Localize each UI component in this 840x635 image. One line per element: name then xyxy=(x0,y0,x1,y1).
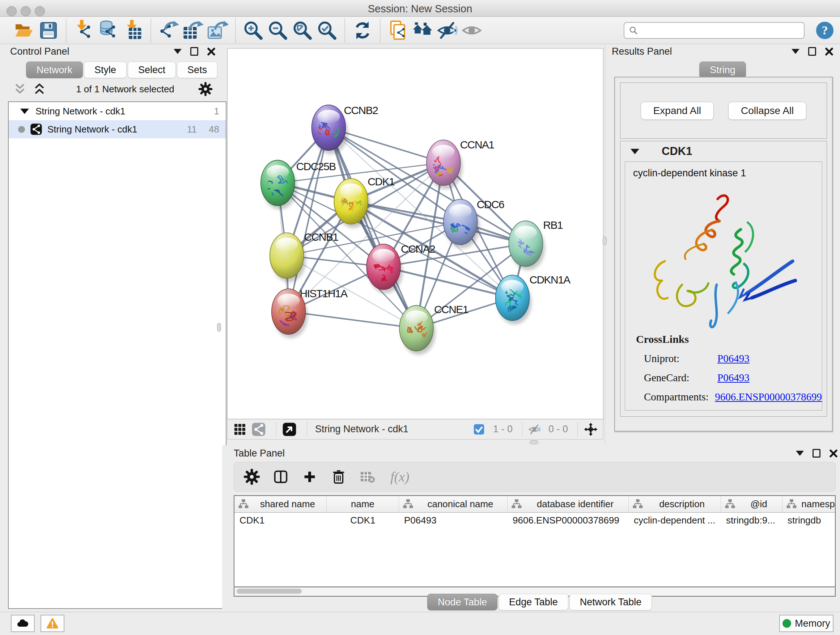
network-graph[interactable]: CCNB2CCNA1CDC25BCDK1CDC6RB1CCNB1CCNA2CDK… xyxy=(227,49,603,419)
tab-style[interactable]: Style xyxy=(84,62,126,78)
zoom-in-icon[interactable] xyxy=(243,20,264,41)
table-cell[interactable]: stringdb:9... xyxy=(721,513,783,529)
zoom-selected-icon[interactable] xyxy=(317,20,338,41)
node-label-CCNE1: CCNE1 xyxy=(434,303,469,315)
node-label-CCNA1: CCNA1 xyxy=(460,139,494,150)
column-header-namespace[interactable]: namespace xyxy=(783,496,836,512)
network-row[interactable]: String Network - cdk1 11 48 xyxy=(9,120,226,138)
collapse-all-button[interactable]: Collapse All xyxy=(728,102,806,120)
memory-label: Memory xyxy=(795,618,830,629)
crosslink-label: Uniprot: xyxy=(636,349,717,368)
table-cell[interactable]: CDK1 xyxy=(234,513,327,529)
column-header--id[interactable]: @id xyxy=(721,496,783,512)
panel-float-icon[interactable] xyxy=(808,47,816,56)
column-header-name[interactable]: name xyxy=(327,496,399,512)
zoom-out-icon[interactable] xyxy=(267,20,288,41)
splitter-handle[interactable] xyxy=(603,236,607,245)
table-options-gear-icon[interactable] xyxy=(243,469,260,485)
panel-float-icon[interactable] xyxy=(190,47,198,56)
scrollbar-thumb[interactable] xyxy=(237,589,302,594)
warnings-button[interactable] xyxy=(41,615,65,632)
network-options-gear-icon[interactable] xyxy=(198,82,213,96)
search-input[interactable] xyxy=(642,25,799,36)
collapse-all-icon[interactable] xyxy=(13,82,27,96)
main-area: Control Panel NetworkStyleSelectSets 1 o… xyxy=(0,44,840,612)
panel-menu-icon[interactable] xyxy=(174,49,182,54)
tab-string[interactable]: String xyxy=(699,62,746,78)
refresh-icon[interactable] xyxy=(352,20,373,41)
selected-checkbox-icon[interactable] xyxy=(473,423,485,435)
tab-network[interactable]: Network xyxy=(26,62,83,78)
search-box[interactable] xyxy=(624,22,805,39)
add-column-icon[interactable] xyxy=(302,469,318,485)
function-builder-icon: f(x) xyxy=(390,469,409,485)
import-database-icon[interactable] xyxy=(98,20,119,41)
column-header-description[interactable]: description xyxy=(629,496,721,512)
import-table-icon[interactable] xyxy=(123,20,144,41)
tab-network-table[interactable]: Network Table xyxy=(569,594,652,610)
tab-edge-table[interactable]: Edge Table xyxy=(499,594,568,610)
tab-node-table[interactable]: Node Table xyxy=(427,594,497,610)
help-button[interactable]: ? xyxy=(816,22,834,39)
save-icon[interactable] xyxy=(38,20,59,41)
zoom-fit-icon[interactable] xyxy=(292,20,313,41)
string-results-container: Expand All Collapse All CDK1 cyclin-depe… xyxy=(614,77,833,432)
splitter-handle[interactable] xyxy=(217,323,221,332)
home-pair-icon[interactable] xyxy=(412,20,433,41)
table-cell[interactable]: 9606.ENSP00000378699 xyxy=(508,513,629,529)
show-columns-icon[interactable] xyxy=(272,469,289,485)
delete-table-icon xyxy=(359,469,376,485)
table-cell[interactable]: stringdb xyxy=(783,513,836,529)
column-header-database-identifier[interactable]: database identifier xyxy=(508,496,629,512)
control-panel-title: Control Panel xyxy=(10,46,69,57)
export-table-icon[interactable] xyxy=(183,20,204,41)
window-title: Session: New Session xyxy=(0,3,840,15)
tab-select[interactable]: Select xyxy=(128,62,176,78)
network-canvas[interactable]: CCNB2CCNA1CDC25BCDK1CDC6RB1CCNB1CCNA2CDK… xyxy=(227,48,603,419)
table-toolbar: f(x) xyxy=(234,462,836,492)
hide-selected-icon[interactable] xyxy=(437,20,458,41)
table-cell[interactable]: P06493 xyxy=(399,513,508,529)
tab-sets[interactable]: Sets xyxy=(177,62,218,78)
table-cell[interactable]: CDK1 xyxy=(327,513,399,529)
protein-header[interactable]: CDK1 xyxy=(621,141,827,162)
panel-close-icon[interactable] xyxy=(207,47,216,56)
column-header-shared-name[interactable]: shared name xyxy=(234,496,327,512)
control-panel-tabs: NetworkStyleSelectSets xyxy=(26,62,222,78)
crosslink-link[interactable]: P06493 xyxy=(717,349,750,368)
application-window: Session: New Session ? Control Panel xyxy=(0,0,840,635)
crosslink-link[interactable]: P06493 xyxy=(717,368,750,387)
cloud-button[interactable] xyxy=(11,615,35,632)
table-cell[interactable]: cyclin-dependent ... xyxy=(629,513,721,529)
crosslink-link[interactable]: 9606.ENSP00000378699 xyxy=(715,387,822,407)
protein-expander-icon[interactable] xyxy=(630,149,639,154)
panel-close-icon[interactable] xyxy=(829,449,838,458)
birdseye-view-icon[interactable] xyxy=(282,422,297,437)
delete-column-icon[interactable] xyxy=(330,469,347,485)
move-crosshair-icon[interactable] xyxy=(584,422,598,437)
clone-network-icon[interactable] xyxy=(387,20,409,41)
panel-float-icon[interactable] xyxy=(813,449,821,458)
expand-all-button[interactable]: Expand All xyxy=(641,102,714,120)
open-icon[interactable] xyxy=(13,20,34,41)
show-all-icon[interactable] xyxy=(461,20,482,41)
crosslink-link[interactable]: 9606.ENSP00000378699 xyxy=(715,407,822,410)
panel-menu-icon[interactable] xyxy=(796,451,804,456)
panel-menu-icon[interactable] xyxy=(791,49,799,54)
search-area: ? xyxy=(624,22,834,39)
panel-close-icon[interactable] xyxy=(825,47,834,56)
splitter-handle[interactable] xyxy=(530,440,538,444)
export-image-icon[interactable] xyxy=(207,20,228,41)
protein-description: cyclin-dependent kinase 1 xyxy=(625,162,822,179)
import-network-icon[interactable] xyxy=(73,20,95,41)
export-network-icon[interactable] xyxy=(158,20,179,41)
expand-all-icon[interactable] xyxy=(33,82,46,96)
hidden-eye-slash-icon[interactable] xyxy=(528,423,540,435)
column-header-canonical-name[interactable]: canonical name xyxy=(399,496,508,512)
collection-expander-icon[interactable] xyxy=(20,109,29,114)
memory-button[interactable]: Memory xyxy=(779,615,834,632)
annotation-grid-icon[interactable] xyxy=(233,422,247,437)
table-row[interactable]: CDK1CDK1P064939606.ENSP00000378699cyclin… xyxy=(234,513,835,529)
network-share-icon[interactable] xyxy=(251,422,266,437)
network-collection-row[interactable]: String Network - cdk1 1 xyxy=(9,102,226,120)
